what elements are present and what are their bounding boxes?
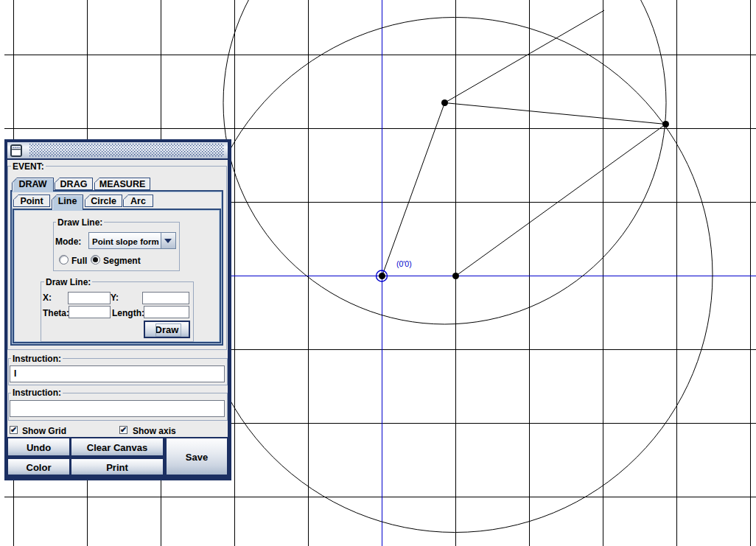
svg-text:(0'0): (0'0) <box>396 259 412 268</box>
